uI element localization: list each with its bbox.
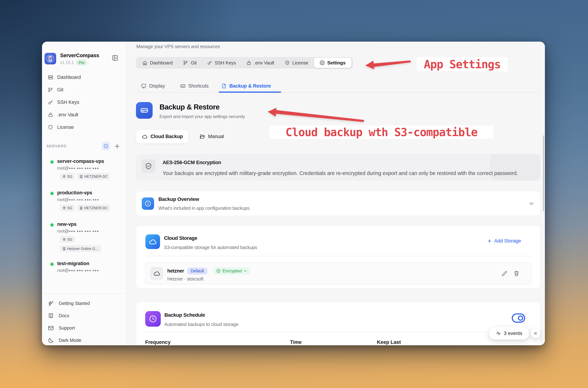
schedule-toggle[interactable] xyxy=(512,313,525,323)
sidebar-item-dashboard[interactable]: Dashboard xyxy=(45,72,124,82)
server-item[interactable]: new-vps root@●●●.●●●.●●●.●●● SG Hetzner … xyxy=(42,221,122,252)
servers-info-button[interactable] xyxy=(102,142,110,150)
server-item[interactable]: test-migration root@●●●.●●●.●●●.●●● xyxy=(42,261,122,273)
events-pill[interactable]: 3 events xyxy=(489,327,529,340)
annotation-app-settings: App Settings xyxy=(417,57,508,71)
file-backup-icon xyxy=(221,83,227,89)
tab-settings[interactable]: Settings xyxy=(314,58,351,68)
page-subtitle: Manage your VPS servers and resources xyxy=(136,44,220,49)
server-host: root@●●●.●●●.●●●.●●● xyxy=(57,268,122,273)
section-subtitle: Export and import your app settings secu… xyxy=(159,114,245,119)
backup-mode-switcher: Cloud Backup Manual xyxy=(136,130,229,144)
gear-icon xyxy=(320,60,325,65)
events-close-button[interactable] xyxy=(531,328,540,338)
schedule-col-time: Time xyxy=(290,339,302,345)
events-count-label: 3 events xyxy=(504,331,522,336)
git-branch-icon xyxy=(183,60,188,65)
edit-icon[interactable] xyxy=(501,270,507,277)
info-icon xyxy=(142,197,154,210)
shield-check-icon xyxy=(142,159,155,173)
server-location-badge: SG xyxy=(60,173,75,180)
server-item[interactable]: production-vps root@●●●.●●●.●●●.●●● SG H… xyxy=(42,190,122,211)
backup-schedule-card: Backup Schedule Automated backups to clo… xyxy=(136,302,540,345)
sidebar-item-ssh-keys[interactable]: SSH Keys xyxy=(45,97,124,107)
cloud-storage-icon xyxy=(145,234,160,249)
divider xyxy=(145,256,532,256)
encryption-title: AES-256-GCM Encryption xyxy=(163,160,221,165)
cloud-icon xyxy=(142,134,147,140)
backup-overview-card[interactable]: Backup Overview What's included in app c… xyxy=(136,191,540,216)
key-icon xyxy=(48,99,53,105)
server-location-badge: SG xyxy=(60,204,75,211)
sidebar-footer-label: Support xyxy=(59,325,75,331)
sparkles-icon xyxy=(48,300,54,307)
git-branch-icon xyxy=(48,87,53,93)
chevron-down-icon xyxy=(243,269,247,273)
encrypted-badge[interactable]: Encrypted xyxy=(213,267,250,275)
sidebar-item-git[interactable]: Git xyxy=(45,85,124,95)
building-icon xyxy=(79,206,83,210)
close-icon xyxy=(533,331,538,336)
storage-subtitle: S3-compatible storage for automated back… xyxy=(164,245,257,250)
storage-item-name: hetzner xyxy=(167,268,184,274)
tab-license[interactable]: License xyxy=(279,57,314,69)
schedule-col-frequency: Frequency xyxy=(145,339,171,345)
chevron-down-icon[interactable] xyxy=(528,200,535,207)
sidebar-item-support[interactable]: Support xyxy=(45,323,124,333)
server-status-dot xyxy=(50,223,53,226)
app-window: ServerCompass v1.15.1 Pro xyxy=(42,42,545,345)
storage-item-hetzner[interactable]: hetzner Default Encrypted Hetzner · stoi… xyxy=(145,263,532,284)
sidebar-item-getting-started[interactable]: Getting Started xyxy=(45,298,124,309)
add-storage-button[interactable]: Add Storage xyxy=(487,238,521,244)
add-server-button[interactable] xyxy=(114,143,120,149)
active-tab-underline xyxy=(219,92,281,93)
tab-env-vault[interactable]: .env Vault xyxy=(241,57,279,69)
schedule-col-keep-last: Keep Last xyxy=(377,339,401,345)
primary-tab-bar: Dashboard Git SSH Keys .env Vault Licens… xyxy=(136,57,353,69)
tab-display[interactable]: Display xyxy=(139,80,168,92)
tab-shortcuts[interactable]: Shortcuts xyxy=(178,80,211,92)
clock-icon xyxy=(145,311,161,327)
server-item[interactable]: server-compass-vps root@●●●.●●●.●●●.●●● … xyxy=(42,159,122,180)
plus-icon xyxy=(487,239,492,243)
shield-icon xyxy=(48,124,53,130)
server-provider-badge: Hetzner Online G… xyxy=(60,245,101,252)
server-host: root@●●●.●●●.●●●.●●● xyxy=(57,229,122,234)
sidebar: ServerCompass v1.15.1 Pro xyxy=(42,42,127,345)
plus-icon xyxy=(114,143,120,149)
building-icon xyxy=(79,175,83,178)
storage-title: Cloud Storage xyxy=(164,235,197,241)
sidebar-item-label: SSH Keys xyxy=(57,99,79,105)
cloud-icon xyxy=(150,267,163,280)
sidebar-collapse-icon[interactable] xyxy=(112,55,118,61)
encryption-body: Your backups are encrypted with military… xyxy=(163,170,536,176)
server-icon xyxy=(48,74,53,80)
scrollbar-thumb[interactable] xyxy=(543,135,544,211)
tab-backup-restore[interactable]: Backup & Restore xyxy=(219,80,273,92)
annotation-cloud-backup: Cloud backup wth S3-compatible xyxy=(270,125,493,139)
default-badge: Default xyxy=(187,267,207,274)
sidebar-item-docs[interactable]: Docs xyxy=(45,311,124,321)
key-icon xyxy=(207,60,212,65)
tab-dashboard[interactable]: Dashboard xyxy=(137,57,178,69)
manual-backup-button[interactable]: Manual xyxy=(194,130,229,144)
lock-icon xyxy=(246,60,251,65)
cloud-backup-button[interactable]: Cloud Backup xyxy=(136,130,189,144)
main-content: Manage your VPS servers and resources Da… xyxy=(127,42,545,345)
cloud-storage-card: Cloud Storage S3-compatible storage for … xyxy=(136,226,540,288)
servers-section-label: SERVERS xyxy=(46,144,67,148)
sidebar-item-dark-mode[interactable]: Dark Mode xyxy=(45,335,124,345)
desktop-background: ServerCompass v1.15.1 Pro xyxy=(0,0,588,388)
server-location-badge: SG xyxy=(60,236,75,243)
app-version: v1.15.1 xyxy=(60,60,74,65)
sidebar-nav: Dashboard Git SSH Keys xyxy=(45,72,124,135)
trash-icon[interactable] xyxy=(513,270,520,277)
tab-git[interactable]: Git xyxy=(178,57,202,69)
encryption-banner: AES-256-GCM Encryption Your backups are … xyxy=(136,154,540,181)
sidebar-item-license[interactable]: License xyxy=(45,122,124,132)
server-provider-badge: HETZNER-DC xyxy=(77,204,110,211)
tab-ssh-keys[interactable]: SSH Keys xyxy=(202,57,241,69)
shield-check-icon xyxy=(285,60,290,65)
sidebar-item-label: Dashboard xyxy=(57,74,81,80)
sidebar-item-env-vault[interactable]: .env Vault xyxy=(45,110,124,120)
